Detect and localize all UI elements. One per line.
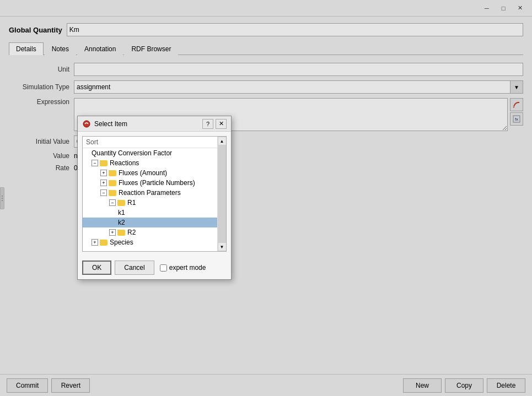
scroll-down-button[interactable]: ▼ [218, 242, 227, 251]
list-item[interactable]: − Reactions [83, 158, 217, 168]
expand-icon[interactable]: + [100, 180, 107, 186]
tree-content: Sort Quantity Conversion Factor − Reacti… [83, 137, 217, 251]
list-item[interactable]: − R1 [83, 198, 217, 208]
folder-icon [117, 230, 125, 236]
item-label: R1 [127, 199, 136, 207]
tree-container: Sort Quantity Conversion Factor − Reacti… [82, 136, 227, 252]
item-label: Fluxes (Amount) [119, 169, 167, 177]
collapse-icon[interactable]: − [109, 199, 116, 206]
list-item[interactable]: − Reaction Parameters [83, 188, 217, 198]
svg-point-2 [83, 121, 90, 127]
list-item[interactable]: + Species [83, 237, 217, 247]
cancel-button[interactable]: Cancel [115, 261, 154, 275]
expand-icon[interactable]: + [92, 239, 98, 246]
item-label: Quantity Conversion Factor [92, 149, 172, 157]
scrollbar: ▲ ▼ [217, 137, 226, 251]
list-item[interactable]: k1 [83, 208, 217, 218]
collapse-icon[interactable]: − [92, 160, 98, 166]
item-label: k1 [118, 209, 125, 216]
folder-icon [109, 190, 116, 196]
collapse-icon[interactable]: − [100, 189, 107, 196]
dialog-help-button[interactable]: ? [202, 119, 213, 129]
expert-mode-text: expert mode [169, 264, 206, 272]
dialog-overlay: Select Item ? ✕ Sort Quantity Conversion… [0, 0, 532, 396]
scroll-up-button[interactable]: ▲ [218, 137, 227, 145]
dialog-footer: OK Cancel expert mode [78, 256, 231, 279]
item-label: Species [110, 238, 133, 246]
expert-mode-label: expert mode [160, 264, 206, 272]
dialog-title: Select Item [94, 120, 202, 128]
folder-icon [109, 170, 116, 176]
dialog-close-button[interactable]: ✕ [216, 119, 227, 129]
select-item-dialog: Select Item ? ✕ Sort Quantity Conversion… [77, 116, 232, 280]
list-item[interactable]: k2 [83, 218, 217, 227]
folder-icon [100, 160, 108, 166]
dialog-titlebar: Select Item ? ✕ [78, 116, 231, 132]
item-label: Reactions [110, 159, 139, 167]
scrollbar-track[interactable] [218, 145, 226, 242]
list-item[interactable]: Quantity Conversion Factor [83, 148, 217, 158]
list-item[interactable]: + Fluxes (Amount) [83, 168, 217, 178]
ok-button[interactable]: OK [82, 261, 111, 275]
item-label: k2 [118, 219, 125, 226]
folder-icon [100, 240, 108, 246]
expert-mode-checkbox[interactable] [160, 264, 167, 272]
list-item[interactable]: + Fluxes (Particle Numbers) [83, 178, 217, 188]
list-item[interactable]: + R2 [83, 227, 217, 237]
tree-sort-header[interactable]: Sort [83, 137, 217, 148]
folder-icon [117, 200, 125, 206]
dialog-body: Sort Quantity Conversion Factor − Reacti… [78, 132, 231, 256]
item-label: R2 [127, 229, 136, 236]
dialog-title-buttons: ? ✕ [202, 119, 227, 129]
expand-icon[interactable]: + [109, 229, 116, 236]
item-label: Reaction Parameters [119, 189, 181, 197]
dialog-app-icon [82, 120, 91, 128]
folder-icon [109, 180, 116, 186]
item-label: Fluxes (Particle Numbers) [119, 179, 195, 187]
expand-icon[interactable]: + [100, 170, 107, 176]
